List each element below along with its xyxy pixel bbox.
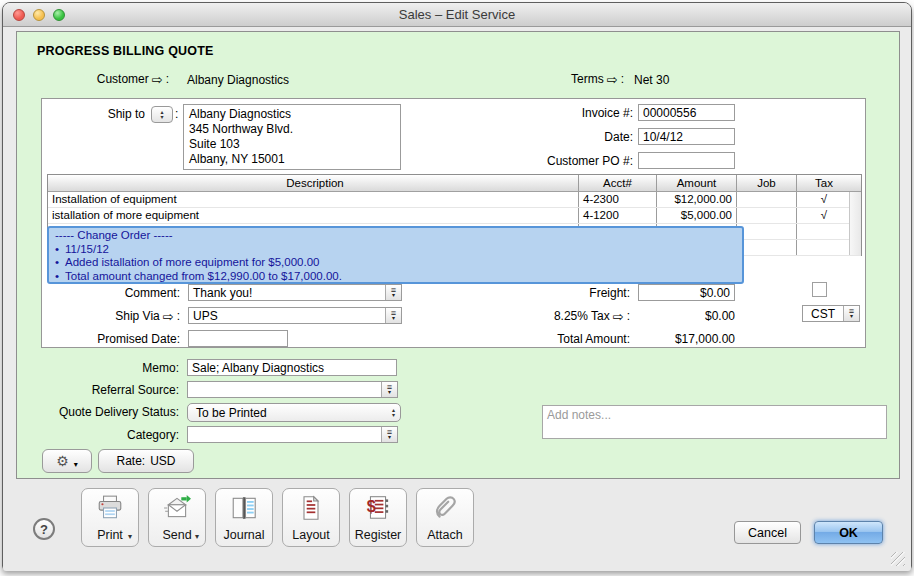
ship-to-label: Ship to [42, 107, 145, 121]
customer-colon: : [166, 72, 169, 86]
category-field[interactable]: ≡ ▾ [187, 426, 398, 443]
terms-value[interactable]: Net 30 [634, 73, 669, 87]
ship-via-list-button[interactable]: ≡ ▾ [385, 308, 401, 323]
register-button[interactable]: $ Register [349, 488, 407, 547]
ship-to-address-selector[interactable]: ▴ ▾ [151, 106, 173, 123]
col-job: Job [736, 175, 796, 191]
customer-label-row: Customer ⇨ : [17, 72, 169, 86]
caret-down-icon: ▾ [388, 435, 391, 440]
referral-source-label: Referral Source: [17, 383, 179, 397]
footer-toolbar: Print ▾ Send ▾ [81, 488, 474, 547]
invoice-detail-box: Ship to ▴ ▾ : Albany Diagnostics 345 Nor… [41, 98, 866, 348]
popup-stepper-icon: ▴▾ [392, 408, 400, 418]
action-menu-button[interactable]: ⚙ ▾ [42, 449, 92, 473]
cell-tax-check[interactable]: √ [796, 208, 851, 223]
print-button[interactable]: Print ▾ [81, 488, 139, 547]
quote-delivery-status-popup[interactable]: To be Printed ▴▾ [187, 403, 401, 422]
bullet-icon: • [55, 243, 59, 257]
total-amount-label: Total Amount: [442, 332, 630, 346]
invoice-number-field[interactable]: 00000556 [638, 104, 735, 121]
tax-label-row: 8.25% Tax ⇨ : [442, 309, 630, 323]
caret-down-icon: ▾ [195, 532, 199, 541]
referral-list-button[interactable]: ≡ ▾ [381, 382, 397, 397]
table-row: istallation of more equipment 4-1200 $5,… [48, 208, 861, 224]
customer-po-field[interactable] [638, 152, 735, 169]
cell-description[interactable]: Installation of equipment [48, 192, 578, 207]
tax-code-field[interactable]: CST ≡ ▾ [802, 305, 860, 322]
cell-job[interactable] [736, 208, 796, 223]
resize-grip[interactable] [891, 552, 905, 566]
register-icon: $ [350, 494, 406, 522]
send-envelope-icon [149, 494, 205, 522]
cancel-button[interactable]: Cancel [734, 521, 801, 544]
tax-zoom-arrow-icon[interactable]: ⇨ [613, 310, 624, 323]
terms-zoom-arrow-icon[interactable]: ⇨ [607, 73, 618, 86]
customer-po-label: Customer PO #: [422, 154, 633, 168]
ship-to-address-field[interactable]: Albany Diagnostics 345 Northway Blvd. Su… [183, 104, 401, 170]
comment-list-button[interactable]: ≡ ▾ [385, 285, 401, 300]
journal-book-icon [216, 494, 272, 522]
bullet-icon: • [55, 256, 59, 270]
referral-source-field[interactable]: ≡ ▾ [187, 381, 398, 398]
paperclip-icon [417, 494, 473, 522]
col-acct: Acct# [578, 175, 656, 191]
comment-label: Comment: [42, 286, 180, 300]
promised-date-field[interactable] [188, 330, 288, 347]
date-label: Date: [422, 130, 633, 144]
notes-field[interactable] [542, 405, 887, 439]
terms-label-row: Terms ⇨ : [477, 72, 624, 86]
comment-field[interactable]: Thank you! ≡ ▾ [188, 284, 402, 301]
ship-via-field[interactable]: UPS ≡ ▾ [188, 307, 402, 324]
change-order-item: • 11/15/12 [55, 243, 736, 257]
quote-delivery-status-label: Quote Delivery Status: [17, 405, 179, 419]
category-label: Category: [17, 428, 179, 442]
journal-button[interactable]: Journal [215, 488, 273, 547]
layout-document-icon [283, 494, 339, 522]
ship-to-colon: : [175, 107, 178, 121]
promised-date-label: Promised Date: [42, 332, 180, 346]
customer-label: Customer [97, 72, 149, 86]
ship-via-zoom-arrow-icon[interactable]: ⇨ [163, 310, 174, 323]
cell-acct[interactable]: 4-2300 [578, 192, 656, 207]
sales-edit-service-window: Sales – Edit Service PROGRESS BILLING QU… [2, 2, 912, 570]
cell-description[interactable]: istallation of more equipment [48, 208, 578, 223]
window-title: Sales – Edit Service [3, 7, 911, 22]
caret-down-icon: ▾ [74, 460, 78, 469]
screen: Sales – Edit Service PROGRESS BILLING QU… [0, 0, 914, 576]
cell-amount[interactable]: $5,000.00 [656, 208, 736, 223]
total-amount-value: $17,000.00 [628, 332, 735, 346]
change-order-note: ----- Change Order ----- • 11/15/12 • Ad… [47, 226, 744, 284]
caret-down-icon: ▾ [392, 293, 395, 298]
col-amount: Amount [656, 175, 736, 191]
freight-label: Freight: [442, 286, 630, 300]
date-field[interactable]: 10/4/12 [638, 128, 735, 145]
footer-bar: ? Print ▾ [3, 480, 911, 571]
layout-button[interactable]: Layout [282, 488, 340, 547]
rate-button[interactable]: Rate: USD [98, 449, 194, 473]
page-title: PROGRESS BILLING QUOTE [37, 44, 214, 58]
send-button[interactable]: Send ▾ [148, 488, 206, 547]
cell-acct[interactable]: 4-1200 [578, 208, 656, 223]
change-order-item: • Added istallation of more equipment fo… [55, 256, 736, 270]
col-description: Description [48, 175, 578, 191]
cell-tax-check[interactable]: √ [796, 192, 851, 207]
form-panel: PROGRESS BILLING QUOTE Customer ⇨ : Alba… [16, 31, 900, 479]
ok-button[interactable]: OK [814, 521, 883, 544]
customer-value[interactable]: Albany Diagnostics [187, 73, 289, 87]
tax-code-list-button[interactable]: ≡ ▾ [843, 306, 859, 321]
gear-icon: ⚙ [56, 453, 69, 469]
category-list-button[interactable]: ≡ ▾ [381, 427, 397, 442]
cell-amount[interactable]: $12,000.00 [656, 192, 736, 207]
freight-field[interactable]: $0.00 [638, 284, 735, 301]
change-order-item: • Total amount changed from $12,990.00 t… [55, 270, 736, 284]
caret-down-icon: ▾ [850, 314, 853, 319]
terms-colon: : [621, 72, 624, 86]
tax-inclusive-checkbox[interactable] [812, 282, 827, 297]
cell-job[interactable] [736, 192, 796, 207]
titlebar[interactable]: Sales – Edit Service [3, 3, 911, 27]
memo-field[interactable]: Sale; Albany Diagnostics [187, 359, 397, 376]
table-scrollbar[interactable] [849, 192, 861, 255]
help-button[interactable]: ? [33, 518, 55, 540]
customer-zoom-arrow-icon[interactable]: ⇨ [152, 73, 163, 86]
attach-button[interactable]: Attach [416, 488, 474, 547]
